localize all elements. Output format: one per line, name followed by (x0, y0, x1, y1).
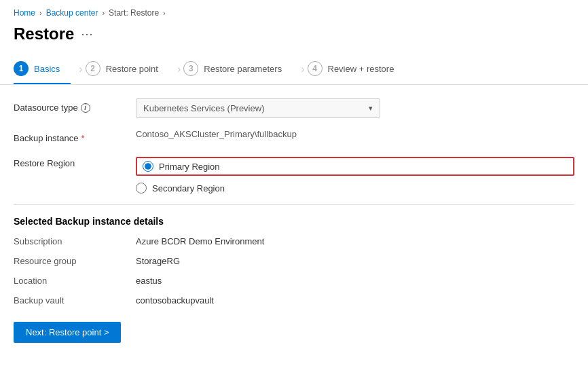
datasource-label: Datasource type i (14, 98, 136, 113)
breadcrumb-current: Start: Restore (109, 8, 159, 18)
primary-region-option[interactable]: Primary Region (143, 161, 220, 172)
primary-region-radio[interactable] (143, 161, 153, 172)
primary-region-label: Primary Region (159, 162, 220, 172)
secondary-region-radio[interactable] (136, 183, 147, 193)
datasource-info-icon[interactable]: i (81, 103, 90, 113)
datasource-row: Datasource type i Kubernetes Services (P… (14, 98, 574, 118)
backup-instance-required: * (81, 133, 84, 143)
backup-instance-row: Backup instance * Contoso_AKSCluster_Pri… (14, 129, 574, 143)
region-radio-group: Primary Region Secondary Region (136, 154, 574, 193)
form-divider (14, 204, 574, 205)
restore-region-label: Restore Region (14, 154, 136, 168)
wizard-tabs: 1 Basics › 2 Restore point › 3 Restore p… (0, 54, 588, 85)
form-body: Datasource type i Kubernetes Services (P… (0, 98, 588, 343)
detail-resource-group-value: StorageRG (136, 256, 180, 266)
restore-region-options: Primary Region Secondary Region (136, 154, 574, 193)
tab-basics-number: 1 (14, 61, 29, 76)
detail-backup-vault-label: Backup vault (14, 295, 136, 306)
backup-instance-label: Backup instance * (14, 129, 136, 143)
detail-backup-vault-row: Backup vault contosobackupvault (14, 295, 574, 306)
detail-subscription-value: Azure BCDR Demo Environment (136, 236, 264, 246)
tab-sep-1: › (79, 63, 82, 75)
detail-location-value: eastus (136, 276, 162, 286)
breadcrumb-home[interactable]: Home (14, 8, 35, 18)
detail-backup-vault-value: contosobackupvault (136, 295, 214, 306)
tab-basics[interactable]: 1 Basics (14, 54, 71, 84)
details-section-title: Selected Backup instance details (14, 216, 574, 227)
page-header: Restore ··· (0, 22, 588, 54)
breadcrumb-sep-1: › (39, 9, 42, 17)
tab-review-restore-number: 4 (308, 61, 323, 76)
detail-subscription-row: Subscription Azure BCDR Demo Environment (14, 236, 574, 246)
datasource-dropdown[interactable]: Kubernetes Services (Preview) ▾ (136, 98, 380, 118)
secondary-region-option[interactable]: Secondary Region (136, 183, 574, 193)
tab-restore-point-label: Restore point (106, 64, 158, 74)
tab-restore-parameters-number: 3 (183, 61, 198, 76)
datasource-value: Kubernetes Services (Preview) ▾ (136, 98, 574, 118)
tab-review-restore-label: Review + restore (328, 64, 394, 74)
tab-restore-point[interactable]: 2 Restore point (86, 54, 169, 84)
breadcrumb-sep-2: › (102, 9, 105, 17)
page-title: Restore (14, 24, 74, 43)
restore-region-row: Restore Region Primary Region Secondary … (14, 154, 574, 193)
detail-subscription-label: Subscription (14, 236, 136, 246)
tab-restore-point-number: 2 (86, 61, 100, 76)
backup-instance-text: Contoso_AKSCluster_Primary\fullbackup (136, 125, 297, 139)
detail-location-label: Location (14, 276, 136, 286)
tab-restore-parameters[interactable]: 3 Restore parameters (183, 54, 293, 84)
tab-sep-2: › (177, 63, 181, 75)
datasource-chevron-icon: ▾ (369, 104, 373, 113)
datasource-dropdown-text: Kubernetes Services (Preview) (143, 103, 264, 113)
detail-resource-group-row: Resource group StorageRG (14, 256, 574, 266)
tab-sep-3: › (301, 63, 304, 75)
detail-resource-group-label: Resource group (14, 256, 136, 266)
secondary-region-label: Secondary Region (152, 183, 225, 193)
next-button[interactable]: Next: Restore point > (14, 322, 121, 343)
tab-basics-label: Basics (34, 64, 60, 74)
detail-location-row: Location eastus (14, 276, 574, 286)
backup-instance-value: Contoso_AKSCluster_Primary\fullbackup (136, 129, 574, 139)
primary-region-highlight: Primary Region (136, 157, 574, 176)
breadcrumb-sep-3: › (163, 9, 166, 17)
breadcrumb-backup-center[interactable]: Backup center (46, 8, 98, 18)
tab-review-restore[interactable]: 4 Review + restore (308, 54, 405, 84)
tab-restore-parameters-label: Restore parameters (204, 64, 282, 74)
breadcrumb: Home › Backup center › Start: Restore › (0, 0, 588, 22)
more-options-icon[interactable]: ··· (81, 27, 93, 41)
